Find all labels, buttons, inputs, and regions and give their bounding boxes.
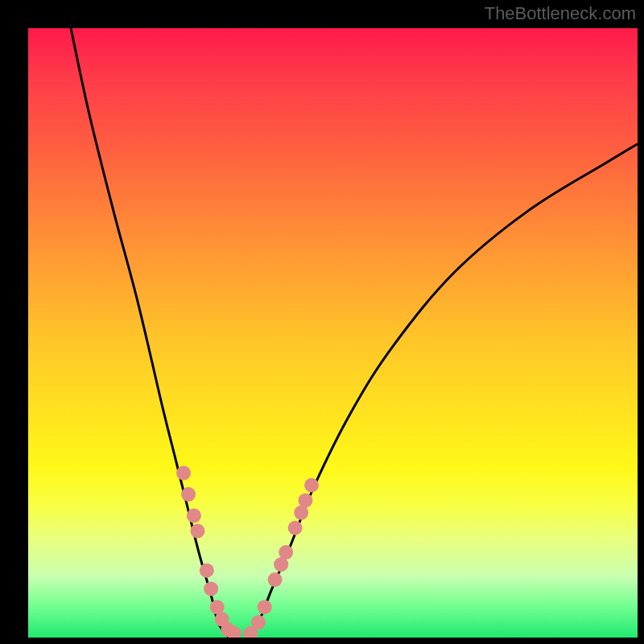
left-dots-point [187,509,201,523]
right-dots-point [268,572,283,587]
left-dots-point [200,564,214,578]
left-dots-point [190,524,204,539]
left-dots-point [181,487,196,502]
chart-svg [28,28,638,638]
right-dots-point [288,521,303,535]
right-curve [248,144,638,638]
left-curve [71,28,229,638]
right-dots-point [304,478,319,493]
right-dots-point [279,545,293,559]
left-dots-point [204,581,218,596]
right-dots-point [251,615,266,630]
right-dots-point [258,600,272,614]
curve-layer [71,28,638,638]
left-dots-point [176,466,191,481]
chart-plot-area [28,28,638,638]
watermark-text: TheBottleneck.com [485,3,636,24]
right-dots-point [298,493,312,508]
